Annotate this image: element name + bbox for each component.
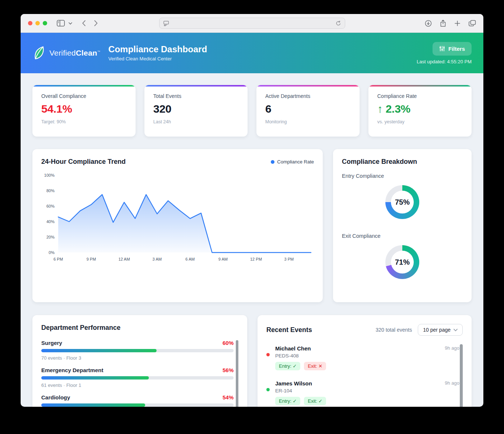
event-row: James Wilson ER-104 Entry: ✓ Exit: ✓ 9h …: [266, 380, 459, 405]
recent-events-title: Recent Events: [266, 326, 312, 334]
brand-name: VerifiedClean™: [49, 49, 100, 57]
scrollbar[interactable]: [236, 340, 238, 407]
sidebar-menu-chevron-icon[interactable]: [69, 22, 72, 25]
event-row: Michael Chen PEDS-408 Entry: ✓ Exit: ✕ 9…: [266, 345, 459, 370]
stat-card-total-events: Total Events 320 Last 24h: [144, 85, 248, 137]
last-updated-text: Last updated: 4:55:20 PM: [417, 59, 472, 64]
stat-value: 54.1%: [41, 103, 127, 115]
entry-compliance-value: 75%: [395, 198, 410, 207]
reader-view-icon[interactable]: [163, 21, 169, 26]
svg-text:3 AM: 3 AM: [153, 257, 162, 261]
reload-icon[interactable]: [336, 21, 341, 26]
department-bar-track: [41, 403, 234, 407]
chart-legend: Compliance Rate: [271, 159, 314, 165]
department-row: Emergency Department 56% 61 events · Flo…: [41, 367, 234, 388]
event-person-name: Michael Chen: [275, 345, 326, 352]
browser-window: VerifiedClean™ Compliance Dashboard Veri…: [21, 14, 483, 407]
stat-sub: Last 24h: [153, 119, 239, 124]
department-bar-track: [41, 376, 234, 380]
minimize-window-button[interactable]: [35, 21, 40, 25]
svg-text:6 PM: 6 PM: [53, 257, 63, 261]
chevron-down-icon: [454, 329, 458, 331]
compliance-breakdown-panel: Compliance Breakdown Entry Compliance 75…: [333, 149, 472, 302]
stat-label: Compliance Rate: [377, 93, 463, 99]
event-time: 9h ago: [445, 345, 459, 370]
entry-status-badge: Entry: ✓: [275, 397, 300, 405]
status-dot: [266, 388, 270, 391]
total-events-text: 320 total events: [375, 327, 412, 333]
page-subtitle: Verified Clean Medical Center: [108, 56, 207, 61]
stat-label: Total Events: [153, 93, 239, 99]
page-title: Compliance Dashboard: [108, 45, 207, 54]
exit-status-badge: Exit: ✕: [304, 362, 326, 370]
sidebar-toggle-icon[interactable]: [57, 20, 65, 27]
stat-sub: vs. yesterday: [377, 119, 463, 124]
dashboard-content: Overall Compliance 54.1% Target: 90% Tot…: [21, 73, 483, 407]
event-time: 9h ago: [445, 380, 459, 405]
exit-status-badge: Exit: ✓: [304, 397, 326, 405]
close-window-button[interactable]: [28, 21, 32, 25]
department-performance-panel: Department Performance Surgery 60% 70 ev…: [32, 315, 247, 407]
department-pct: 54%: [223, 394, 234, 401]
department-name: Surgery: [41, 340, 62, 346]
share-icon[interactable]: [440, 20, 446, 27]
leaf-icon: [32, 46, 46, 60]
event-room: PEDS-408: [275, 353, 326, 359]
department-sub: 70 events · Floor 3: [41, 355, 234, 361]
filters-button-label: Filters: [448, 46, 465, 52]
brand-logo: VerifiedClean™: [32, 46, 100, 60]
entry-status-badge: Entry: ✓: [275, 362, 300, 370]
stat-label: Active Departments: [265, 93, 351, 99]
status-dot: [266, 353, 270, 356]
sliders-icon: [439, 46, 445, 52]
svg-text:40%: 40%: [46, 219, 55, 224]
breakdown-title: Compliance Breakdown: [342, 158, 463, 166]
stat-value: 6: [265, 103, 351, 115]
stat-label: Overall Compliance: [41, 93, 127, 99]
trend-chart-svg: 0%20%40%60%80%100%6 PM9 PM12 AM3 AM6 AM9…: [41, 171, 314, 264]
event-person-name: James Wilson: [275, 380, 326, 387]
trend-chart-panel: 24-Hour Compliance Trend Compliance Rate…: [32, 149, 323, 302]
department-bar-fill: [41, 349, 157, 352]
scrollbar[interactable]: [460, 344, 463, 407]
stat-card-compliance-rate: Compliance Rate ↑ 2.3% vs. yesterday: [368, 85, 472, 137]
browser-toolbar: [21, 14, 483, 33]
event-room: ER-104: [275, 388, 326, 394]
filters-button[interactable]: Filters: [433, 42, 472, 56]
per-page-value: 10 per page: [423, 327, 451, 333]
zoom-window-button[interactable]: [43, 21, 47, 25]
entry-compliance-label: Entry Compliance: [342, 173, 463, 179]
svg-text:12 PM: 12 PM: [250, 257, 262, 261]
stat-cards-row: Overall Compliance 54.1% Target: 90% Tot…: [32, 85, 472, 137]
department-row: Cardiology 54% 26 events · Floor 6: [41, 394, 234, 407]
svg-text:20%: 20%: [46, 235, 55, 239]
svg-text:100%: 100%: [44, 173, 55, 177]
svg-text:80%: 80%: [46, 188, 55, 193]
legend-dot-icon: [271, 160, 274, 164]
stat-value: ↑ 2.3%: [377, 103, 463, 115]
department-sub: 61 events · Floor 1: [41, 382, 234, 388]
new-tab-icon[interactable]: [454, 20, 461, 27]
address-bar[interactable]: [159, 18, 345, 29]
back-button[interactable]: [82, 20, 86, 27]
department-bar-fill: [41, 403, 145, 407]
department-performance-title: Department Performance: [41, 324, 238, 332]
downloads-icon[interactable]: [425, 20, 432, 27]
department-bar-track: [41, 349, 234, 352]
department-name: Emergency Department: [41, 367, 103, 373]
legend-label: Compliance Rate: [277, 159, 314, 165]
entry-compliance-donut: 75%: [385, 185, 419, 219]
svg-text:9 AM: 9 AM: [218, 257, 228, 261]
svg-text:6 AM: 6 AM: [185, 257, 195, 261]
svg-text:60%: 60%: [46, 204, 55, 208]
svg-text:3 PM: 3 PM: [284, 257, 294, 261]
tab-overview-icon[interactable]: [469, 20, 476, 27]
app-header: VerifiedClean™ Compliance Dashboard Veri…: [21, 33, 483, 73]
department-row: Surgery 60% 70 events · Floor 3: [41, 340, 234, 361]
stat-sub: Monitoring: [265, 119, 351, 124]
forward-button[interactable]: [94, 20, 98, 27]
desktop-background: VerifiedClean™ Compliance Dashboard Veri…: [0, 0, 504, 434]
toolbar-right-icons: [425, 14, 476, 32]
per-page-select[interactable]: 10 per page: [418, 324, 463, 336]
stat-card-active-departments: Active Departments 6 Monitoring: [256, 85, 360, 137]
